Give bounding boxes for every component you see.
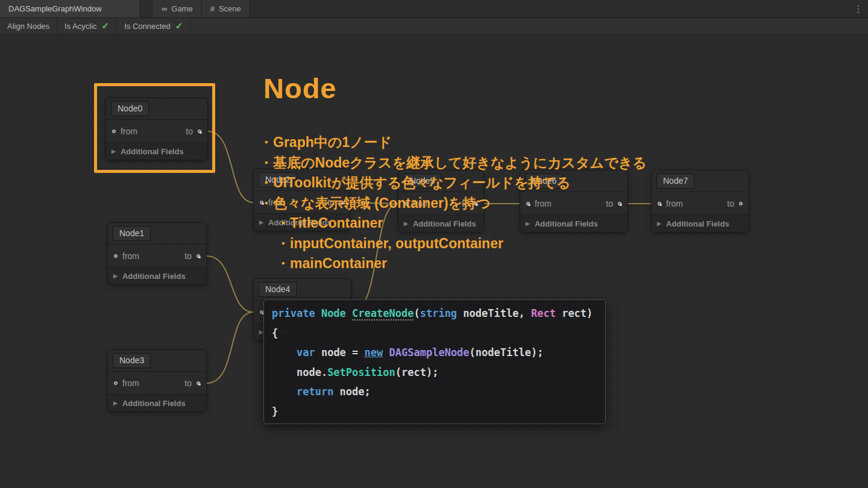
- bullet-item: ・mainContainer: [276, 254, 647, 274]
- node-title: Node1: [113, 226, 151, 241]
- graph-toolbar: Align Nodes Is Acyclic ✓ Is Connected ✓: [0, 18, 868, 34]
- bullet-item: ・UIToolkitが提供する色々なフィールドを持てる: [259, 173, 647, 193]
- bullet-item: ・基底のNodeクラスを継承して好きなようにカスタムできる: [259, 153, 647, 174]
- tab-dag-sample-graph-window[interactable]: DAGSampleGraphWindow: [0, 0, 140, 17]
- additional-fields-foldout[interactable]: ▶ Additional Fields: [652, 215, 749, 232]
- node-title-row: Node3: [108, 350, 206, 372]
- more-options-icon[interactable]: ⋮: [849, 0, 868, 17]
- tab-scene[interactable]: # Scene: [202, 0, 250, 17]
- node-ports: from to: [108, 372, 206, 395]
- node-title: Node3: [113, 353, 151, 368]
- node-title-row: Node4: [254, 279, 351, 301]
- graph-node-node1[interactable]: Node1 from to ▶ Additional Fields: [107, 222, 207, 285]
- slide-bullets: ・Graph中の1ノード ・基底のNodeクラスを継承して好きなようにカスタムで…: [259, 133, 647, 274]
- align-nodes-button[interactable]: Align Nodes: [0, 18, 57, 34]
- acyclic-check-icon: ✓: [102, 20, 110, 31]
- connected-check-icon: ✓: [175, 20, 183, 31]
- foldout-label: Additional Fields: [122, 399, 186, 408]
- is-acyclic-label: Is Acyclic: [64, 22, 96, 31]
- additional-fields-foldout[interactable]: ▶ Additional Fields: [108, 267, 206, 284]
- is-connected-label: Is Connected: [124, 22, 171, 31]
- output-port[interactable]: [739, 202, 743, 205]
- unity-editor-window: DAGSampleGraphWindow ∞ Game # Scene ⋮ Al…: [0, 0, 868, 488]
- tab-label: Scene: [219, 4, 241, 13]
- edge-node3-node4[interactable]: [207, 312, 253, 383]
- game-icon: ∞: [162, 4, 167, 13]
- slide-title: Node: [263, 72, 337, 105]
- tab-label: DAGSampleGraphWindow: [8, 4, 102, 13]
- additional-fields-foldout[interactable]: ▶ Additional Fields: [108, 395, 206, 411]
- node-ports: from to: [108, 245, 206, 267]
- port-label-from: from: [666, 199, 683, 208]
- edge-node1-node4[interactable]: [207, 256, 253, 312]
- is-acyclic-button[interactable]: Is Acyclic ✓: [57, 18, 117, 34]
- foldout-label: Additional Fields: [122, 272, 186, 281]
- tab-bar: DAGSampleGraphWindow ∞ Game # Scene ⋮: [0, 0, 868, 18]
- port-label-from: from: [122, 378, 139, 388]
- node-title-row: Node7: [652, 170, 749, 192]
- node-title: Node4: [259, 282, 297, 297]
- node-title: Node7: [656, 174, 694, 189]
- bullet-item: ・色々な表示領域 (Container)を持つ: [259, 193, 647, 214]
- is-connected-button[interactable]: Is Connected ✓: [117, 18, 190, 34]
- node-title-row: Node1: [108, 223, 206, 245]
- foldout-arrow-icon: ▶: [657, 221, 661, 227]
- foldout-arrow-icon: ▶: [259, 329, 263, 335]
- bullet-item: ・TitleContainer: [276, 213, 647, 234]
- output-port[interactable]: [197, 254, 200, 258]
- port-label-to: to: [727, 199, 734, 208]
- scene-icon: #: [210, 4, 215, 13]
- port-label-to: to: [184, 251, 192, 261]
- graph-node-node3[interactable]: Node3 from to ▶ Additional Fields: [107, 349, 207, 412]
- input-port[interactable]: [658, 202, 661, 205]
- port-label-to: to: [184, 378, 192, 388]
- selection-highlight: [94, 83, 215, 173]
- foldout-arrow-icon: ▶: [113, 400, 118, 406]
- tab-label: Game: [171, 4, 192, 13]
- bullet-item: ・inputContainer, outputContainer: [276, 234, 647, 254]
- output-port[interactable]: [197, 381, 200, 385]
- node-ports: from to: [652, 192, 749, 215]
- input-port[interactable]: [114, 381, 118, 385]
- tab-game[interactable]: ∞ Game: [153, 0, 202, 17]
- foldout-label: Additional Fields: [666, 219, 729, 228]
- bullet-item: ・Graph中の1ノード: [259, 133, 647, 153]
- graph-canvas[interactable]: Node0 from to ▶ Additional Fields Node1 …: [0, 34, 868, 488]
- port-label-from: from: [122, 251, 139, 261]
- code-snippet: private Node CreateNode(string nodeTitle…: [263, 299, 606, 424]
- tab-bar-spacer: [250, 0, 849, 17]
- align-nodes-label: Align Nodes: [7, 22, 49, 31]
- input-port[interactable]: [114, 254, 118, 258]
- foldout-arrow-icon: ▶: [113, 273, 118, 279]
- graph-node-node7[interactable]: Node7 from to ▶ Additional Fields: [651, 170, 749, 233]
